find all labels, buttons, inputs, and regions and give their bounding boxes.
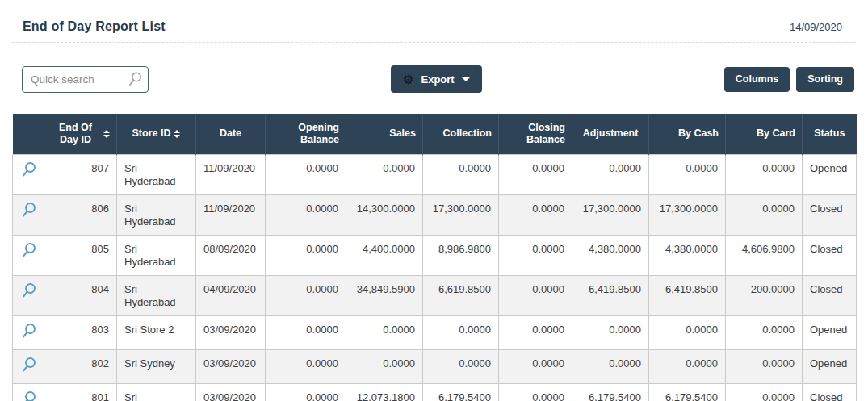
magnifier-icon <box>20 202 37 219</box>
cell-status: Opened <box>803 315 857 349</box>
cell-end-of-day-id: 801 <box>44 383 117 401</box>
cell-store-id: Sri Hyderabad <box>117 194 196 235</box>
table-row: 803 Sri Store 2 03/09/2020 0.0000 0.0000… <box>13 315 857 349</box>
col-header-opening-balance: Opening Balance <box>266 114 346 154</box>
col-header-status: Status <box>803 114 857 154</box>
cell-date: 04/09/2020 <box>196 275 266 315</box>
cell-by-card: 0.0000 <box>726 349 803 383</box>
col-header-adjustment: Adjustment <box>572 114 649 154</box>
cell-opening-balance: 0.0000 <box>266 235 346 275</box>
cell-opening-balance: 0.0000 <box>266 383 346 401</box>
col-header-store-id[interactable]: Store ID <box>117 114 196 154</box>
cell-adjustment: 0.0000 <box>572 349 649 383</box>
cell-closing-balance: 0.0000 <box>499 315 572 349</box>
cell-by-cash: 4,380.0000 <box>649 235 726 275</box>
cell-adjustment: 6,179.5400 <box>572 383 649 401</box>
cell-store-id: Sri Hyderabad <box>117 275 196 315</box>
col-header-store-id-label: Store ID <box>132 127 171 140</box>
cell-store-id: Sri Store 2 <box>117 315 196 349</box>
cell-opening-balance: 0.0000 <box>266 349 346 383</box>
gear-icon: ⚙ <box>403 73 413 86</box>
col-header-action <box>13 114 44 154</box>
view-report-button[interactable] <box>20 323 37 340</box>
cell-opening-balance: 0.0000 <box>266 315 346 349</box>
cell-date: 03/09/2020 <box>196 315 266 349</box>
cell-collection: 0.0000 <box>423 349 499 383</box>
col-header-date: Date <box>196 114 266 154</box>
magnifier-icon <box>20 242 37 259</box>
cell-by-cash: 6,179.5400 <box>649 383 726 401</box>
cell-by-cash: 17,300.0000 <box>649 194 726 235</box>
cell-by-cash: 0.0000 <box>649 154 726 194</box>
cell-by-cash: 0.0000 <box>649 315 726 349</box>
page-header: End of Day Report List 14/09/2020 <box>23 19 842 34</box>
cell-by-cash: 0.0000 <box>649 349 726 383</box>
cell-sales: 0.0000 <box>346 154 423 194</box>
magnifier-icon <box>20 282 37 299</box>
cell-by-card: 0.0000 <box>726 383 803 401</box>
cell-end-of-day-id: 804 <box>44 275 117 315</box>
search-icon <box>127 71 143 90</box>
cell-collection: 8,986.9800 <box>423 235 499 275</box>
cell-closing-balance: 0.0000 <box>499 349 572 383</box>
view-report-button[interactable] <box>20 391 37 401</box>
cell-sales: 14,300.0000 <box>346 194 423 235</box>
view-report-button[interactable] <box>20 202 37 219</box>
cell-adjustment: 4,380.0000 <box>572 235 649 275</box>
sorting-button[interactable]: Sorting <box>796 67 854 92</box>
col-header-by-cash: By Cash <box>649 114 726 154</box>
export-button[interactable]: ⚙ Export <box>391 65 482 93</box>
cell-by-card: 0.0000 <box>726 154 803 194</box>
col-header-collection: Collection <box>423 114 499 154</box>
cell-end-of-day-id: 805 <box>44 235 117 275</box>
col-header-closing-balance: Closing Balance <box>499 114 572 154</box>
cell-store-id: Sri Hyderabad <box>117 383 196 401</box>
table-row: 802 Sri Sydney 03/09/2020 0.0000 0.0000 … <box>13 349 857 383</box>
cell-adjustment: 6,419.8500 <box>572 275 649 315</box>
cell-sales: 34,849.5900 <box>346 275 423 315</box>
cell-sales: 4,400.0000 <box>346 235 423 275</box>
cell-by-card: 200.0000 <box>726 275 803 315</box>
cell-by-card: 4,606.9800 <box>726 235 803 275</box>
cell-by-cash: 6,419.8500 <box>649 275 726 315</box>
sort-icon <box>103 130 110 138</box>
cell-store-id: Sri Hyderabad <box>117 235 196 275</box>
magnifier-icon <box>20 357 37 374</box>
view-report-button[interactable] <box>20 282 37 299</box>
cell-collection: 0.0000 <box>423 154 499 194</box>
columns-button[interactable]: Columns <box>724 67 790 92</box>
cell-date: 11/09/2020 <box>196 154 266 194</box>
toolbar-center: ⚙ Export <box>149 65 724 93</box>
view-report-button[interactable] <box>20 242 37 259</box>
header-divider <box>12 42 856 43</box>
sort-icon <box>174 130 180 138</box>
cell-status: Closed <box>803 275 857 315</box>
table-header: End Of Day ID Store ID Date Opening Bala… <box>13 114 857 154</box>
table-row: 804 Sri Hyderabad 04/09/2020 0.0000 34,8… <box>13 275 857 315</box>
cell-opening-balance: 0.0000 <box>266 275 346 315</box>
cell-status: Opened <box>803 349 857 383</box>
cell-closing-balance: 0.0000 <box>499 383 572 401</box>
table-row: 805 Sri Hyderabad 08/09/2020 0.0000 4,40… <box>13 235 857 275</box>
cell-closing-balance: 0.0000 <box>499 275 572 315</box>
magnifier-icon <box>20 323 37 340</box>
table-row: 806 Sri Hyderabad 11/09/2020 0.0000 14,3… <box>13 194 857 235</box>
cell-date: 11/09/2020 <box>196 194 266 235</box>
cell-store-id: Sri Hyderabad <box>117 154 196 194</box>
end-of-day-report-page: End of Day Report List 14/09/2020 ⚙ Expo… <box>0 19 868 401</box>
col-header-end-of-day-id[interactable]: End Of Day ID <box>44 114 117 154</box>
report-table: End Of Day ID Store ID Date Opening Bala… <box>12 114 857 401</box>
page-title: End of Day Report List <box>23 19 166 34</box>
toolbar-right: Columns Sorting <box>724 67 854 92</box>
cell-closing-balance: 0.0000 <box>499 154 572 194</box>
cell-status: Closed <box>803 235 857 275</box>
view-report-button[interactable] <box>20 161 37 178</box>
cell-sales: 12,073.1800 <box>346 383 423 401</box>
cell-date: 03/09/2020 <box>196 383 266 401</box>
cell-sales: 0.0000 <box>346 315 423 349</box>
col-header-by-card: By Card <box>726 114 803 154</box>
cell-adjustment: 0.0000 <box>572 315 649 349</box>
col-header-sales: Sales <box>346 114 423 154</box>
view-report-button[interactable] <box>20 357 37 374</box>
cell-store-id: Sri Sydney <box>117 349 196 383</box>
